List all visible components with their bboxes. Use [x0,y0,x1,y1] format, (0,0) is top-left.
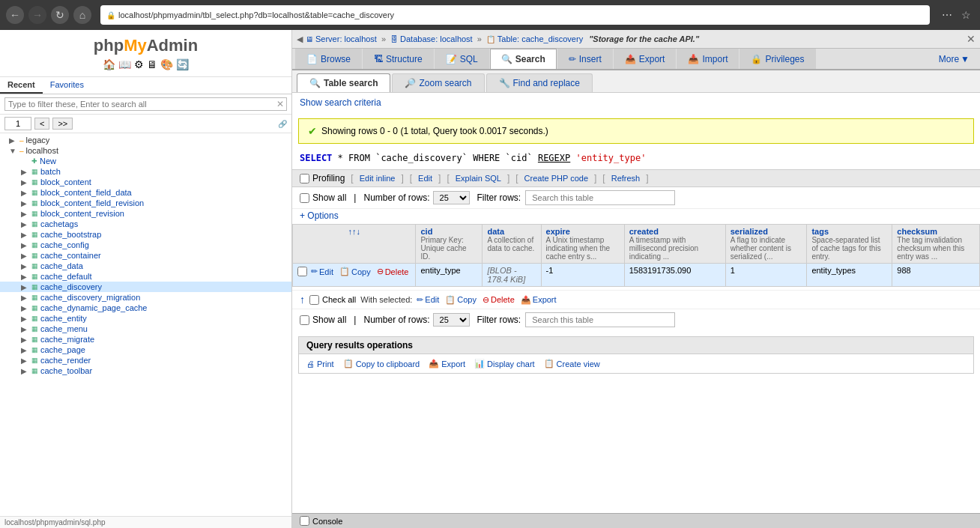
sidebar-prev-button[interactable]: < [34,118,49,130]
col-serialized-link[interactable]: serialized [731,227,768,236]
tab-structure[interactable]: 🏗 Structure [363,49,434,69]
copy-row-button[interactable]: 📋 Copy [337,266,373,277]
options-toggle-link[interactable]: + Options [300,210,339,221]
sidebar-item-cachetags[interactable]: ▶ ▦ cachetags [0,219,291,229]
breadcrumb-table[interactable]: 📋 Table: cache_discovery [486,34,583,43]
sidebar-item-block-content-revision[interactable]: ▶ ▦ block_content_revision [0,208,291,219]
sidebar-item-cache-config[interactable]: ▶ ▦ cache_config [0,240,291,250]
qr-copy-clipboard-button[interactable]: 📋 Copy to clipboard [343,359,420,368]
col-expire-link[interactable]: expire [546,227,570,236]
show-all-checkbox-bottom[interactable] [300,315,309,325]
browser-refresh-button[interactable]: ↻ [51,6,69,24]
browser-menu-icon[interactable]: ⋯ [939,7,955,22]
sidebar-item-cache-toolbar[interactable]: ▶ ▦ cache_toolbar [0,365,291,376]
search-tab-zoom[interactable]: 🔎 Zoom search [392,73,484,92]
console-icon[interactable]: 🖥 [147,58,157,70]
sort-arrows[interactable]: ↑↑↓ [297,227,411,236]
breadcrumb-back-arrow[interactable]: ◀ [297,34,303,44]
edit-link[interactable]: Edit [418,174,432,183]
tab-more[interactable]: More ▼ [931,49,977,69]
sidebar-item-cache-bootstrap[interactable]: ▶ ▦ cache_bootstrap [0,229,291,240]
reload-icon[interactable]: 🔄 [176,58,189,70]
themes-icon[interactable]: 🎨 [160,58,173,70]
breadcrumb-database[interactable]: 🗄 Database: localhost [390,34,473,43]
sidebar-next-button[interactable]: >> [52,118,73,130]
content-header-close-button[interactable]: ✕ [967,33,976,45]
selected-export-button[interactable]: 📤 Export [521,295,557,305]
sidebar-item-cache-discovery-migration[interactable]: ▶ ▦ cache_discovery_migration [0,292,291,303]
sidebar-item-block-content[interactable]: ▶ ▦ block_content [0,177,291,187]
breadcrumb-server[interactable]: 🖥 Server: localhost [306,34,377,43]
selected-delete-button[interactable]: ⊖ Delete [483,295,515,305]
sidebar-tab-recent[interactable]: Recent [0,77,43,94]
create-php-code-link[interactable]: Create PHP code [524,174,588,183]
tab-insert[interactable]: ✏ Insert [557,49,613,69]
sidebar-item-cache-entity[interactable]: ▶ ▦ cache_entity [0,313,291,324]
selected-edit-button[interactable]: ✏ Edit [417,295,439,305]
sidebar-filter-input[interactable] [4,97,287,111]
tab-browse[interactable]: 📄 Browse [295,49,362,69]
qr-display-chart-button[interactable]: 📊 Display chart [474,359,535,368]
edit-row-button[interactable]: ✏ Edit [309,266,336,277]
profiling-checkbox[interactable] [300,174,309,183]
sidebar-item-block-content-field-revision[interactable]: ▶ ▦ block_content_field_revision [0,198,291,208]
sidebar-item-cache-render[interactable]: ▶ ▦ cache_render [0,355,291,365]
search-tab-table[interactable]: 🔍 Table search [297,73,390,92]
sidebar-item-cache-discovery[interactable]: ▶ ▦ cache_discovery [0,282,291,292]
sidebar-item-cache-container[interactable]: ▶ ▦ cache_container [0,250,291,261]
col-checksum-link[interactable]: checksum [897,227,937,236]
delete-row-button[interactable]: ⊖ Delete [375,266,411,277]
qr-print-button[interactable]: 🖨 Print [306,359,334,368]
tab-sql[interactable]: 📝 SQL [435,49,489,69]
tab-search[interactable]: 🔍 Search [490,49,557,69]
sidebar-item-batch[interactable]: ▶ ▦ batch [0,166,291,177]
edit-inline-link[interactable]: Edit inline [360,174,396,183]
explain-sql-link[interactable]: Explain SQL [456,174,501,183]
console-bar[interactable]: Console [292,513,980,528]
filter-rows-input-bottom[interactable] [525,312,675,327]
qr-export-button[interactable]: 📤 Export [429,359,465,368]
row-checkbox[interactable] [297,267,307,276]
browser-forward-button[interactable]: → [28,6,46,24]
sidebar-tab-favorites[interactable]: Favorites [43,77,91,94]
search-tab-find-replace[interactable]: 🔧 Find and replace [486,73,593,92]
tab-export[interactable]: 📤 Export [614,49,677,69]
sidebar-item-cache-data[interactable]: ▶ ▦ cache_data [0,261,291,271]
sidebar-item-cache-dynamic-page-cache[interactable]: ▶ ▦ cache_dynamic_page_cache [0,303,291,313]
browser-back-button[interactable]: ← [6,6,24,24]
selected-copy-button[interactable]: 📋 Copy [445,295,477,305]
tab-import[interactable]: 📥 Import [677,49,739,69]
sidebar-page-input[interactable] [4,117,31,130]
show-search-criteria-link[interactable]: Show search criteria [292,93,980,112]
refresh-link[interactable]: Refresh [611,174,641,183]
col-created-link[interactable]: created [629,227,659,236]
rows-per-page-select-bottom[interactable]: 25 50 100 [433,313,470,327]
sidebar-filter-clear[interactable]: ✕ [276,99,284,109]
console-checkbox[interactable] [300,516,309,526]
rows-per-page-select[interactable]: 25 50 100 [433,191,470,204]
col-cid-link[interactable]: cid [420,227,432,236]
sidebar-item-cache-page[interactable]: ▶ ▦ cache_page [0,345,291,355]
col-data-link[interactable]: data [487,227,504,236]
sidebar-sync-icon[interactable]: 🔗 [278,120,287,128]
docs-icon[interactable]: 📖 [118,58,131,70]
sidebar-item-legacy[interactable]: ▶ – legacy [0,135,291,145]
browser-bookmark-icon[interactable]: ☆ [958,7,974,22]
filter-rows-input-top[interactable] [525,190,675,205]
sidebar-item-cache-default[interactable]: ▶ ▦ cache_default [0,271,291,282]
sidebar-item-localhost[interactable]: ▼ – localhost [0,145,291,156]
pagination-up-arrow[interactable]: ↑ [300,294,305,306]
settings-icon[interactable]: ⚙ [134,58,144,70]
browser-home-button[interactable]: ⌂ [73,6,91,24]
show-all-checkbox[interactable] [300,193,309,203]
sidebar-item-cache-menu[interactable]: ▶ ▦ cache_menu [0,324,291,334]
sidebar-item-block-content-field-data[interactable]: ▶ ▦ block_content_field_data [0,187,291,198]
sidebar-item-cache-migrate[interactable]: ▶ ▦ cache_migrate [0,334,291,345]
sidebar-item-new[interactable]: ✚ New [0,156,291,166]
home-icon[interactable]: 🏠 [103,58,115,70]
qr-create-view-button[interactable]: 📋 Create view [544,359,600,368]
col-tags-link[interactable]: tags [811,227,829,236]
check-all-checkbox[interactable] [309,295,319,305]
tab-privileges[interactable]: 🔒 Privileges [739,49,815,69]
browser-url-bar[interactable]: 🔒 localhost/phpmyadmin/tbl_select.php?db… [100,5,930,25]
